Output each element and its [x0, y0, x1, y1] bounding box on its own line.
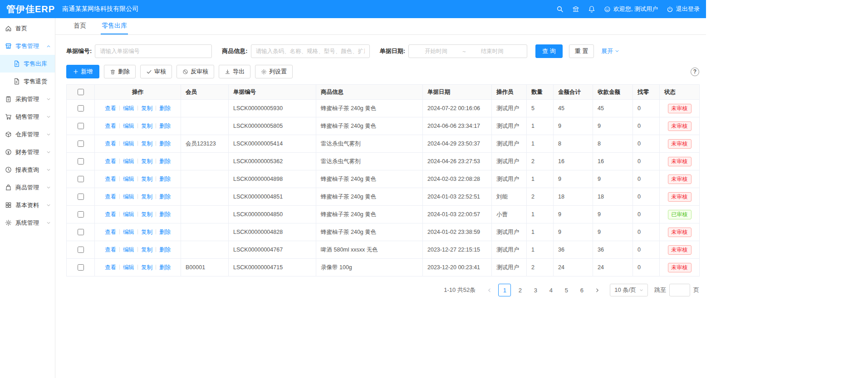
view-link[interactable]: 查看	[105, 141, 116, 147]
delete-button[interactable]: 删除	[104, 65, 136, 78]
column-settings-button[interactable]: 列设置	[255, 65, 293, 78]
edit-link[interactable]: 编辑	[123, 141, 134, 147]
edit-link[interactable]: 编辑	[123, 158, 134, 165]
edit-link[interactable]: 编辑	[123, 211, 134, 218]
qty-cell: 1	[527, 223, 554, 241]
edit-link[interactable]: 编辑	[123, 123, 134, 129]
tab-retail-out[interactable]: 零售出库	[101, 18, 128, 34]
delete-link[interactable]: 删除	[159, 158, 171, 165]
copy-link[interactable]: 复制	[141, 211, 152, 218]
row-checkbox[interactable]	[78, 229, 84, 235]
sidebar-item-finance[interactable]: 财务管理	[0, 143, 55, 161]
copy-link[interactable]: 复制	[141, 194, 152, 200]
copy-link[interactable]: 复制	[141, 229, 152, 235]
delete-link[interactable]: 删除	[159, 264, 171, 271]
table-row: 查看编辑复制删除 LSCK00000004851 蜂蜜柚子茶 240g 黄色 2…	[67, 188, 700, 206]
sidebar-item-system[interactable]: 系统管理	[0, 214, 55, 232]
edit-link[interactable]: 编辑	[123, 176, 134, 182]
search-button[interactable]: 查 询	[535, 44, 563, 58]
date-end-input[interactable]	[467, 48, 518, 54]
sidebar-item-retail-out[interactable]: 零售出库	[0, 55, 55, 73]
row-checkbox[interactable]	[78, 141, 84, 147]
row-checkbox[interactable]	[78, 158, 84, 165]
delete-link[interactable]: 删除	[159, 176, 171, 182]
row-checkbox[interactable]	[78, 123, 84, 129]
row-checkbox[interactable]	[78, 105, 84, 111]
copy-link[interactable]: 复制	[141, 105, 152, 111]
sidebar-item-goods[interactable]: 商品管理	[0, 179, 55, 196]
view-link[interactable]: 查看	[105, 229, 116, 235]
copy-link[interactable]: 复制	[141, 158, 152, 165]
copy-link[interactable]: 复制	[141, 123, 152, 129]
bell-icon[interactable]	[588, 5, 595, 13]
next-page-button[interactable]	[591, 284, 603, 296]
delete-link[interactable]: 删除	[159, 247, 171, 253]
sidebar-item-home[interactable]: 首页	[0, 19, 55, 37]
delete-link[interactable]: 删除	[159, 194, 171, 200]
date-start-input[interactable]	[411, 48, 461, 54]
jump-page-input[interactable]	[669, 284, 690, 296]
bank-icon[interactable]	[572, 5, 579, 13]
row-checkbox[interactable]	[78, 247, 84, 253]
col-date: 单据日期	[423, 85, 492, 100]
copy-link[interactable]: 复制	[141, 176, 152, 182]
unaudit-button[interactable]: 反审核	[177, 65, 214, 78]
sidebar-item-retail-return[interactable]: 零售退货	[0, 73, 55, 90]
view-link[interactable]: 查看	[105, 264, 116, 271]
delete-link[interactable]: 删除	[159, 123, 171, 129]
row-checkbox[interactable]	[78, 264, 84, 271]
logout-button[interactable]: 退出登录	[667, 5, 700, 13]
edit-link[interactable]: 编辑	[123, 247, 134, 253]
page-number-1[interactable]: 1	[498, 284, 511, 296]
page-number-5[interactable]: 5	[560, 284, 573, 296]
view-link[interactable]: 查看	[105, 194, 116, 200]
expand-link[interactable]: 展开	[601, 47, 619, 55]
view-link[interactable]: 查看	[105, 105, 116, 111]
delete-link[interactable]: 删除	[159, 211, 171, 218]
chevron-down-icon	[46, 221, 51, 225]
edit-link[interactable]: 编辑	[123, 229, 134, 235]
edit-link[interactable]: 编辑	[123, 105, 134, 111]
user-welcome[interactable]: 欢迎您, 测试用户	[604, 5, 658, 13]
add-button[interactable]: 新增	[66, 65, 99, 78]
help-button[interactable]: ?	[691, 68, 699, 76]
page-number-6[interactable]: 6	[575, 284, 588, 296]
view-link[interactable]: 查看	[105, 176, 116, 182]
sidebar-item-warehouse[interactable]: 仓库管理	[0, 126, 55, 143]
delete-link[interactable]: 删除	[159, 229, 171, 235]
view-link[interactable]: 查看	[105, 247, 116, 253]
page-number-3[interactable]: 3	[529, 284, 542, 296]
row-checkbox[interactable]	[78, 211, 84, 218]
export-button[interactable]: 导出	[219, 65, 250, 78]
sidebar-item-purchase[interactable]: 采购管理	[0, 90, 55, 108]
select-all-checkbox[interactable]	[78, 89, 84, 95]
date-range-picker[interactable]: ~	[408, 44, 527, 58]
page-number-2[interactable]: 2	[514, 284, 526, 296]
view-link[interactable]: 查看	[105, 123, 116, 129]
order-no-input[interactable]	[95, 44, 212, 58]
sidebar-item-reports[interactable]: 报表查询	[0, 161, 55, 179]
edit-link[interactable]: 编辑	[123, 194, 134, 200]
page-number-4[interactable]: 4	[544, 284, 557, 296]
copy-link[interactable]: 复制	[141, 247, 152, 253]
page-size-select[interactable]: 10 条/页	[610, 284, 648, 296]
sidebar-item-sales[interactable]: 销售管理	[0, 108, 55, 126]
edit-link[interactable]: 编辑	[123, 264, 134, 271]
sidebar-item-basic[interactable]: 基本资料	[0, 196, 55, 214]
audit-button[interactable]: 审核	[140, 65, 172, 78]
row-checkbox[interactable]	[78, 194, 84, 200]
sidebar-item-retail[interactable]: 零售管理	[0, 37, 55, 55]
delete-link[interactable]: 删除	[159, 141, 171, 147]
tab-home[interactable]: 首页	[73, 18, 87, 34]
prev-page-button[interactable]	[483, 284, 495, 296]
row-checkbox[interactable]	[78, 176, 84, 182]
view-link[interactable]: 查看	[105, 211, 116, 218]
view-link[interactable]: 查看	[105, 158, 116, 165]
table-row: 查看编辑复制删除 LSCK00000004828 蜂蜜柚子茶 240g 黄色 2…	[67, 223, 700, 241]
product-info-input[interactable]	[251, 44, 370, 58]
reset-button[interactable]: 重 置	[569, 44, 594, 58]
delete-link[interactable]: 删除	[159, 105, 171, 111]
copy-link[interactable]: 复制	[141, 141, 152, 147]
copy-link[interactable]: 复制	[141, 264, 152, 271]
search-icon[interactable]	[556, 5, 564, 13]
